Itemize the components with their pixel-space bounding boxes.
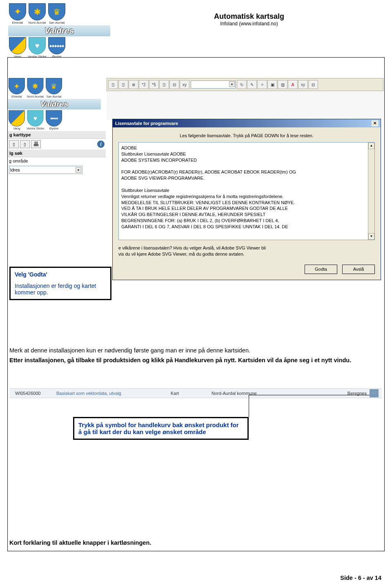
callout-pointer-line <box>249 395 370 395</box>
cart-icon[interactable]: 🛒 <box>370 389 379 397</box>
toolbar-btn[interactable]: *2 <box>139 80 149 89</box>
toolbar-btn[interactable]: ▣ <box>267 80 277 89</box>
body-p1: Merk at denne installasjonen kun er nødv… <box>9 347 381 355</box>
toolbar-btn[interactable]: ⊟ <box>308 80 318 89</box>
toolbar-btn[interactable]: ⊟ <box>169 80 179 89</box>
toolbar-btn[interactable]: ⍰ <box>118 80 128 89</box>
product-row-cut <box>9 398 382 406</box>
bottom-heading: Kort forklaring til aktuelle knapper i k… <box>9 539 151 546</box>
callout-heading: Velg 'Godta' <box>15 271 106 278</box>
toolbar-btn[interactable]: ⟡ <box>257 80 267 89</box>
callout-pointer-line <box>249 395 249 417</box>
page-footer: Side - 6 - av 14 <box>340 575 381 581</box>
omrade-select[interactable]: ldres ▼ <box>9 166 82 174</box>
scroll-up-icon[interactable]: ▲ <box>368 143 374 149</box>
body-p2: Etter installasjonen, gå tilbake til pro… <box>9 357 381 365</box>
toolbar-btn[interactable]: ▥ <box>278 80 287 89</box>
print-icon[interactable]: 🖶 <box>31 140 41 148</box>
valdres-label: Valdres <box>8 25 110 36</box>
callout-body: Trykk på symbol for handlekurv bak ønske… <box>78 421 243 435</box>
sok-header: lg søk <box>8 149 106 157</box>
decline-button[interactable]: Avslå <box>342 265 375 274</box>
callout-cart: Trykk på symbol for handlekurv bak ønske… <box>73 417 249 440</box>
left-panel: g karttype ▯ ▯ 🖶 i lg søk g område ldres… <box>8 131 106 164</box>
accept-button[interactable]: Godta <box>305 265 337 274</box>
dialog-question: e vilkårene i lisensavtalen? Hvis du vel… <box>113 240 381 262</box>
omrade-label: g område <box>9 158 28 163</box>
callout-godta: Velg 'Godta' Installasjonen er ferdig og… <box>9 267 111 300</box>
product-name[interactable]: Basiskart som vektordata, utvalg <box>56 391 171 396</box>
panel-btn[interactable]: ▯ <box>9 140 19 148</box>
page-title: Automatisk kartsalg <box>114 12 384 21</box>
karttype-header: g karttype <box>8 131 106 139</box>
dialog-title-text: Lisensavtale for programvare <box>115 121 178 126</box>
callout-body: Installasjonen er ferdig og kartet komme… <box>15 283 106 296</box>
toolbar-btn[interactable]: ⊕ <box>129 80 138 89</box>
product-row: WI05426000 Basiskart som vektordata, utv… <box>9 388 382 398</box>
close-icon[interactable]: ✕ <box>372 120 378 126</box>
license-dialog: Lisensavtale for programvare ✕ Les følge… <box>112 119 381 280</box>
toolbar-btn[interactable]: ↻ <box>237 80 247 89</box>
dialog-instruction: Les følgende lisensavtale. Trykk på PAGE… <box>113 127 381 142</box>
body-text: Merk at denne installasjonen kun er nødv… <box>9 347 381 366</box>
shield-nord-aurdal: ✱ Nord-Aurdal <box>28 3 47 25</box>
scroll-down-icon[interactable]: ▼ <box>368 233 374 240</box>
info-icon[interactable]: i <box>97 140 105 148</box>
product-type: Kart <box>171 391 212 396</box>
page-header: Automatisk kartsalg Infoland (www.infola… <box>114 12 384 27</box>
toolbar-btn[interactable]: xy <box>298 80 308 89</box>
page-subtitle: Infoland (www.infoland.no) <box>114 21 384 27</box>
toolbar-btn[interactable]: A <box>288 80 298 89</box>
toolbar-btn[interactable]: ⍰ <box>108 80 118 89</box>
toolbar-btn[interactable]: *5 <box>149 80 159 89</box>
scrollbar[interactable]: ▲ ▼ <box>368 143 374 240</box>
toolbar-btn[interactable]: ⍰ <box>159 80 169 89</box>
main-content-frame: ✦Etnedal ✱Nord-Aurdal ♛Sør-Aurdal Valdre… <box>7 57 385 551</box>
toolbar-dropdown[interactable]: ▼ <box>191 80 236 89</box>
logo-cluster: ✦ Etnedal ✱ Nord-Aurdal ♛ Sør-Aurdal Val… <box>8 3 110 63</box>
license-textbox[interactable]: ADOBESluttbruker Lisensavtale ADOBEADOBE… <box>118 142 375 240</box>
product-code: WI05426000 <box>9 391 56 396</box>
dialog-titlebar: Lisensavtale for programvare ✕ <box>113 119 381 127</box>
toolbar-btn[interactable]: ✎ <box>247 80 257 89</box>
toolbar-btn[interactable]: xy <box>180 80 189 89</box>
shield-sor-aurdal: ♛ Sør-Aurdal <box>47 3 66 25</box>
shield-etnedal: ✦ Etnedal <box>8 3 27 25</box>
map-toolbar: ⍰ ⍰ ⊕ *2 *5 ⍰ ⊟ xy ▼ ↻ ✎ ⟡ ▣ ▥ A xy ⊟ <box>107 78 383 91</box>
panel-btn[interactable]: ▯ <box>20 140 30 148</box>
